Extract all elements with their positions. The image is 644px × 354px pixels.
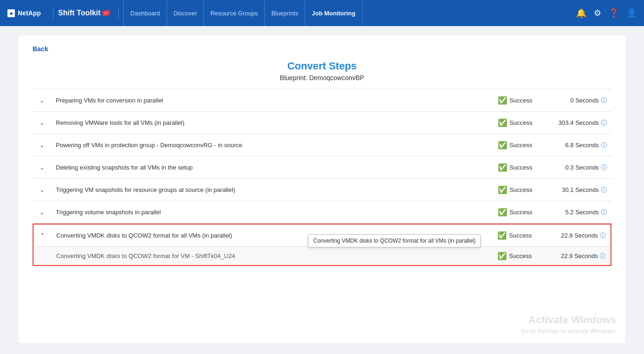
step-status-2: ✅ Success <box>481 112 537 134</box>
step-status-7: ✅ Success <box>481 224 537 247</box>
nav-blueprints[interactable]: Blueprints <box>265 0 305 26</box>
step-time-7: 22.9 Seconds ⓘ <box>537 224 611 247</box>
nav-divider-2 <box>118 7 119 19</box>
step-time-1: 0 Seconds ⓘ <box>537 89 611 112</box>
steps-table: ⌄ Preparing VMs for conversion in parall… <box>33 89 611 266</box>
nav-job-monitoring[interactable]: Job Monitoring <box>305 0 362 26</box>
notifications-icon[interactable]: 🔔 <box>576 8 586 18</box>
shift-toolkit-brand: Shift Toolkit <box>58 9 101 17</box>
step-name-3: Powering off VMs in protection group - D… <box>51 134 481 157</box>
chevron-5[interactable]: ⌄ <box>33 179 51 201</box>
netapp-logo: ■ NetApp <box>7 9 41 17</box>
chevron-3[interactable]: ⌄ <box>33 134 51 157</box>
page-title: Convert Steps <box>33 60 611 72</box>
step-row-6: ⌄ Triggering volume snapshots in paralle… <box>33 201 611 224</box>
netapp-label: NetApp <box>18 9 41 17</box>
step-status-5: ✅ Success <box>481 179 537 201</box>
nav-right-icons: 🔔 ⚙ ❓ 👤 <box>576 8 637 18</box>
chevron-7[interactable]: ⌃ <box>33 224 52 247</box>
help-icon[interactable]: ❓ <box>609 8 619 18</box>
step-row-2: ⌄ Removing VMWare tools for all VMs (in … <box>33 112 611 134</box>
new-badge: ✂ <box>102 9 111 17</box>
page-subtitle: Blueprint: DemoqcowconvBP <box>33 74 611 82</box>
tooltip-box: Converting VMDK disks to QCOW2 format fo… <box>308 234 481 247</box>
step-time-4: 0.3 Seconds ⓘ <box>537 157 611 179</box>
netapp-logo-icon: ■ <box>7 9 15 17</box>
user-icon[interactable]: 👤 <box>626 8 637 18</box>
step-status-6: ✅ Success <box>481 201 537 224</box>
step-time-5: 30.1 Seconds ⓘ <box>537 179 611 201</box>
step-row-3: ⌄ Powering off VMs in protection group -… <box>33 134 611 157</box>
step-time-6: 5.2 Seconds ⓘ <box>537 201 611 224</box>
step-status-3: ✅ Success <box>481 134 537 157</box>
sub-step-time-7-0: 22.9 Seconds ⓘ <box>537 247 611 266</box>
chevron-1[interactable]: ⌄ <box>33 89 51 112</box>
nav-resource-groups[interactable]: Resource Groups <box>204 0 265 26</box>
sub-step-name-7-0: Converting VMDK disks to QCOW2 format fo… <box>52 247 481 266</box>
chevron-2[interactable]: ⌄ <box>33 112 51 134</box>
step-name-6: Triggering volume snapshots in parallel <box>51 201 481 224</box>
sub-step-row-7-0: Converting VMDK disks to QCOW2 format fo… <box>33 247 611 266</box>
step-time-2: 303.4 Seconds ⓘ <box>537 112 611 134</box>
step-status-4: ✅ Success <box>481 157 537 179</box>
step-name-4: Deleting existing snapshots for all VMs … <box>51 157 481 179</box>
step-name-2: Removing VMWare tools for all VMs (in pa… <box>51 112 481 134</box>
navbar: ■ NetApp Shift Toolkit ✂ Dashboard Disco… <box>0 0 644 26</box>
nav-links: Dashboard Discover Resource Groups Bluep… <box>123 0 576 26</box>
sub-step-status-7-0: ✅ Success <box>481 247 537 266</box>
step-status-1: ✅ Success <box>481 89 537 112</box>
nav-divider-1 <box>53 7 54 19</box>
nav-dashboard[interactable]: Dashboard <box>123 0 167 26</box>
main-content: Back Convert Steps Blueprint: Demoqcowco… <box>19 35 625 343</box>
step-row-4: ⌄ Deleting existing snapshots for all VM… <box>33 157 611 179</box>
chevron-4[interactable]: ⌄ <box>33 157 51 179</box>
chevron-6[interactable]: ⌄ <box>33 201 51 224</box>
step-row-1: ⌄ Preparing VMs for conversion in parall… <box>33 89 611 112</box>
nav-discover[interactable]: Discover <box>167 0 204 26</box>
back-link[interactable]: Back <box>33 45 48 53</box>
step-row-5: ⌄ Triggering VM snapshots for resource g… <box>33 179 611 201</box>
step-name-1: Preparing VMs for conversion in parallel <box>51 89 481 112</box>
step-name-5: Triggering VM snapshots for resource gro… <box>51 179 481 201</box>
settings-icon[interactable]: ⚙ <box>594 8 601 18</box>
step-time-3: 6.8 Seconds ⓘ <box>537 134 611 157</box>
